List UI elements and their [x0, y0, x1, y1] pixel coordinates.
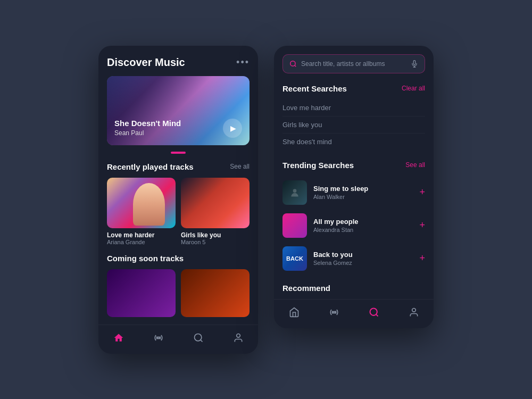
coming-soon-item[interactable]	[181, 269, 250, 317]
svg-point-7	[333, 311, 335, 313]
trending-item-info: All my people Alexandra Stan	[313, 218, 413, 233]
nav-radio-icon[interactable]	[153, 332, 164, 343]
trending-thumb-stan	[282, 213, 307, 238]
svg-point-9	[412, 308, 415, 312]
coming-soon-title: Coming soon tracks	[107, 254, 184, 263]
search-icon	[289, 60, 297, 68]
add-to-playlist-button[interactable]: +	[419, 187, 425, 198]
banner-text: She Doesn't Mind Sean Paul	[114, 119, 181, 137]
svg-point-2	[236, 334, 240, 337]
microphone-icon[interactable]	[411, 60, 418, 68]
svg-point-1	[194, 334, 201, 340]
svg-point-3	[290, 61, 295, 65]
back-to-you-artwork: BACK	[282, 246, 307, 271]
trending-item-info: Back to you Selena Gomez	[313, 251, 413, 266]
trending-searches-header: Trending Searches See all	[282, 161, 425, 170]
track-thumbnail-maroon	[181, 178, 250, 228]
track-artist: Maroon 5	[181, 239, 250, 245]
track-thumbnail-ariana	[107, 178, 176, 228]
trending-song-name: Sing me to sleep	[313, 185, 413, 193]
alan-walker-artwork	[282, 180, 307, 205]
nav-home-icon[interactable]	[113, 332, 124, 343]
more-icon[interactable]: •••	[236, 57, 250, 68]
coming-soon-grid	[107, 269, 250, 317]
coming-soon-header: Coming soon tracks	[107, 254, 250, 263]
trending-see-all-button[interactable]: See all	[405, 161, 425, 169]
trending-item-info: Sing me to sleep Alan Walker	[313, 185, 413, 200]
trending-item[interactable]: All my people Alexandra Stan +	[282, 209, 425, 242]
trending-song-name: Back to you	[313, 251, 413, 259]
search-bar[interactable]: Search title, artists or allbums	[282, 54, 425, 73]
search-input[interactable]: Search title, artists or allbums	[301, 60, 411, 68]
track-item[interactable]: Love me harder Ariana Grande	[107, 178, 176, 245]
add-to-playlist-button[interactable]: +	[419, 220, 425, 231]
play-button[interactable]: ▶	[223, 119, 242, 138]
track-item[interactable]: Girls like you Maroon 5	[181, 178, 250, 245]
trending-song-name: All my people	[313, 218, 413, 226]
svg-point-6	[293, 189, 297, 193]
recently-played-grid: Love me harder Ariana Grande Girls like …	[107, 178, 250, 245]
progress-indicator	[107, 152, 250, 154]
recent-search-item[interactable]: Girls like you	[282, 117, 425, 134]
trending-thumb-back: BACK	[282, 246, 307, 271]
play-icon: ▶	[230, 124, 236, 132]
trending-song-artist: Alexandra Stan	[313, 227, 413, 233]
recent-searches-title: Recent Searches	[282, 84, 347, 93]
trending-item[interactable]: BACK Back to you Selena Gomez +	[282, 242, 425, 275]
svg-point-0	[157, 337, 159, 338]
progress-dot-active	[171, 152, 186, 154]
discover-music-panel: Discover Music ••• She Doesn't Mind Sean…	[98, 46, 258, 354]
trending-song-artist: Selena Gomez	[313, 260, 413, 266]
featured-banner[interactable]: She Doesn't Mind Sean Paul ▶	[107, 76, 250, 145]
alexandra-stan-artwork	[282, 213, 307, 238]
search-panel: Search title, artists or allbums Recent …	[274, 46, 434, 328]
search-bottom-navigation	[274, 299, 434, 328]
discover-title: Discover Music	[107, 56, 185, 69]
recent-search-item[interactable]: She does't mind	[282, 134, 425, 150]
nav-radio-icon[interactable]	[329, 307, 339, 318]
recommend-title: Recommend	[282, 284, 425, 299]
coming-soon-item[interactable]	[107, 269, 176, 317]
bottom-navigation	[98, 325, 258, 354]
track-name: Love me harder	[107, 231, 176, 239]
banner-song-title: She Doesn't Mind	[114, 119, 181, 128]
recently-played-header: Recently played tracks See all	[107, 162, 250, 171]
track-name: Girls like you	[181, 231, 250, 239]
nav-profile-icon[interactable]	[409, 307, 419, 318]
trending-searches-title: Trending Searches	[282, 161, 354, 170]
nav-home-icon[interactable]	[289, 307, 300, 318]
clear-all-button[interactable]: Clear all	[402, 85, 425, 92]
trending-thumb-alan	[282, 180, 307, 205]
add-to-playlist-button[interactable]: +	[419, 253, 425, 264]
recently-played-see-all[interactable]: See all	[230, 163, 250, 170]
trending-song-artist: Alan Walker	[313, 194, 413, 200]
recently-played-title: Recently played tracks	[107, 162, 194, 171]
recent-searches-list: Love me harder Girls like you She does't…	[282, 99, 425, 150]
discover-header: Discover Music •••	[107, 56, 250, 69]
trending-list: Sing me to sleep Alan Walker + All my pe…	[282, 176, 425, 275]
nav-search-icon[interactable]	[369, 307, 379, 318]
trending-item[interactable]: Sing me to sleep Alan Walker +	[282, 176, 425, 209]
svg-point-8	[370, 308, 377, 315]
nav-profile-icon[interactable]	[233, 332, 244, 343]
track-artist: Ariana Grande	[107, 239, 176, 245]
banner-artist: Sean Paul	[114, 129, 181, 137]
recent-searches-header: Recent Searches Clear all	[282, 84, 425, 93]
nav-search-icon[interactable]	[193, 332, 204, 343]
recent-search-item[interactable]: Love me harder	[282, 99, 425, 117]
